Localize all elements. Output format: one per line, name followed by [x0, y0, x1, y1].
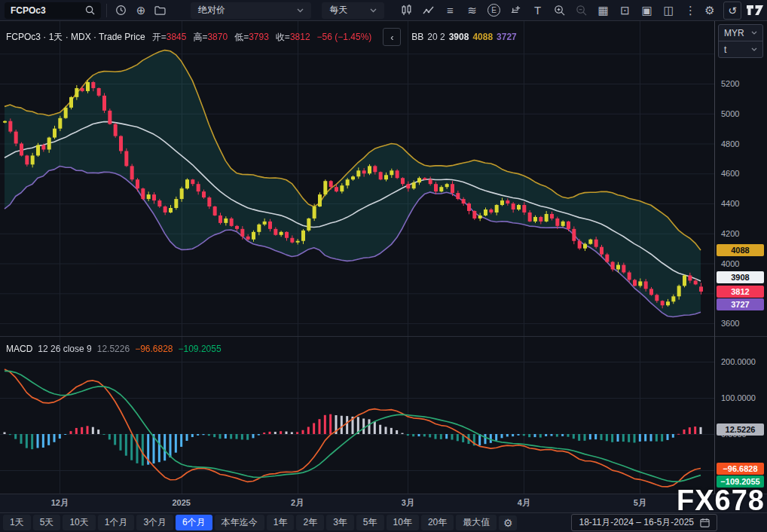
time-settings-icon[interactable]: ⚙: [499, 515, 517, 530]
range-button-本年迄今[interactable]: 本年迄今: [215, 515, 264, 530]
macd-tick-200: 200.0000: [721, 356, 756, 367]
unit-selector[interactable]: t: [719, 41, 762, 57]
time-axis-label-4月: 4月: [507, 494, 540, 512]
macd-signal-value: −109.2055: [179, 344, 222, 354]
price-badge-3812: 3812: [717, 286, 764, 298]
range-button-1天[interactable]: 1天: [3, 515, 31, 530]
chevron-down-icon: [297, 8, 304, 13]
macd-badge-12.5226: 12.5226: [717, 423, 764, 436]
zoom-out-icon[interactable]: [573, 2, 590, 20]
range-button-20年[interactable]: 20年: [421, 515, 454, 530]
price-tick-4400: 4400: [721, 198, 739, 209]
macd-indicator-name[interactable]: MACD: [6, 344, 32, 354]
settings-icon[interactable]: ⚙: [701, 2, 719, 20]
add-circle-icon[interactable]: ⊕: [132, 2, 150, 20]
more-icon[interactable]: ⋮: [682, 2, 699, 20]
range-buttons: 1天5天10天1个月3个月6个月本年迄今1年2年3年5年10年20年最大值: [3, 515, 497, 530]
text-tool-icon[interactable]: T: [529, 2, 546, 20]
pane-divider[interactable]: [715, 336, 767, 337]
macd-line-value: −96.6828: [135, 344, 173, 354]
price-chart-canvas[interactable]: [0, 21, 714, 336]
indicators-icon[interactable]: [420, 2, 437, 20]
bb-lower-value: 3727: [497, 32, 517, 42]
tradingview-app: FCPOc3 ⊕ 绝对价 每天 ≡≋ET▦⊡▣◫⋮ ⚙ ↺: [0, 0, 767, 532]
templates-icon[interactable]: ≡: [442, 2, 459, 20]
price-axis[interactable]: MYR t 5200500048004600440042004000360040…: [714, 21, 767, 494]
range-button-3年[interactable]: 3年: [326, 515, 354, 530]
fx678-watermark: FX678: [677, 486, 765, 515]
change-value: −56 (−1.45%): [317, 32, 372, 42]
range-button-10年[interactable]: 10年: [387, 515, 419, 530]
bb-upper-value: 4088: [472, 32, 493, 42]
panel-icon[interactable]: ◫: [660, 2, 677, 20]
chevron-down-icon: [370, 8, 377, 13]
fundamentals-icon[interactable]: E: [485, 2, 503, 20]
low-label: 低=: [234, 32, 249, 42]
time-axis-label-2025: 2025: [165, 494, 198, 512]
price-tick-5200: 5200: [721, 78, 739, 89]
alert-icon[interactable]: [507, 2, 524, 20]
currency-selector[interactable]: MYR: [719, 25, 762, 41]
collapse-legend-button[interactable]: ‹: [383, 28, 401, 46]
interval-dropdown[interactable]: 每天: [322, 2, 384, 19]
time-axis-label-5月: 5月: [623, 494, 656, 512]
symbol-search[interactable]: FCPOc3: [5, 2, 101, 19]
range-button-最大值[interactable]: 最大值: [456, 515, 497, 530]
series-title[interactable]: FCPOc3 · 1天 · MDX · Trade Price: [6, 31, 145, 44]
chart-area: FCPOc3 · 1天 · MDX · Trade Price 开=3845 高…: [0, 21, 767, 494]
high-value: 3870: [207, 32, 228, 42]
price-tick-4600: 4600: [721, 168, 739, 179]
toolbar-right-group: ⚙ ↺: [701, 2, 764, 20]
chevron-down-icon: [751, 31, 757, 35]
price-type-dropdown[interactable]: 绝对价: [191, 2, 311, 19]
high-label: 高=: [193, 32, 207, 42]
price-badge-3727: 3727: [717, 298, 764, 310]
close-value: 3812: [290, 32, 310, 42]
undo-icon[interactable]: ↺: [723, 2, 741, 20]
search-icon: [85, 5, 95, 15]
folder-icon[interactable]: [151, 2, 170, 20]
bottom-toolbar: 1天5天10天1个月3个月6个月本年迄今1年2年3年5年10年20年最大值 ⚙ …: [0, 512, 767, 532]
bb-basis-value: 3908: [449, 32, 469, 42]
close-label: 收=: [276, 32, 290, 42]
toolbar-separator: [106, 4, 107, 17]
compare-icon[interactable]: ≋: [463, 2, 481, 20]
price-tick-4000: 4000: [721, 258, 739, 269]
price-type-value: 绝对价: [198, 4, 225, 17]
price-badge-4088: 4088: [717, 244, 764, 256]
open-label: 开=: [152, 32, 167, 42]
macd-badge-−96.6828: −96.6828: [717, 463, 764, 475]
chart-style-icon[interactable]: [398, 2, 415, 20]
range-button-2年[interactable]: 2年: [296, 515, 324, 530]
drawing-tools-row: ≡≋ET▦⊡▣◫⋮: [398, 2, 699, 20]
time-axis-label-3月: 3月: [391, 494, 424, 512]
range-button-10天[interactable]: 10天: [63, 515, 95, 530]
range-button-5年[interactable]: 5年: [356, 515, 384, 530]
tradingview-logo: [746, 5, 764, 16]
range-button-3个月[interactable]: 3个月: [136, 515, 173, 530]
chart-panes: FCPOc3 · 1天 · MDX · Trade Price 开=3845 高…: [0, 21, 714, 494]
time-axis[interactable]: 12月20252月3月4月5月: [0, 494, 767, 512]
macd-legend: MACD 12 26 close 9 12.5226 −96.6828 −109…: [6, 344, 222, 354]
clock-icon[interactable]: [112, 2, 130, 20]
table-icon[interactable]: ▦: [594, 2, 612, 20]
currency-value: MYR: [724, 28, 744, 38]
bb-indicator-name[interactable]: BB: [411, 32, 423, 42]
currency-unit-box: MYR t: [718, 24, 763, 58]
range-button-6个月[interactable]: 6个月: [176, 515, 212, 530]
range-button-5天[interactable]: 5天: [33, 515, 61, 530]
date-range-text: 18-11月-2024 – 16-5月-2025: [579, 516, 694, 529]
open-value: 3845: [167, 32, 187, 42]
snapshot-icon[interactable]: ⊡: [616, 2, 634, 20]
bb-params: 20 2: [427, 32, 445, 42]
price-tick-3600: 3600: [721, 318, 739, 329]
time-axis-label-2月: 2月: [281, 494, 314, 512]
top-toolbar: FCPOc3 ⊕ 绝对价 每天 ≡≋ET▦⊡▣◫⋮ ⚙ ↺: [0, 0, 767, 21]
low-value: 3793: [249, 32, 269, 42]
range-button-1年[interactable]: 1年: [267, 515, 295, 530]
macd-chart-canvas[interactable]: [0, 336, 714, 494]
range-button-1个月[interactable]: 1个月: [98, 515, 135, 530]
layout-icon[interactable]: ▣: [638, 2, 655, 20]
zoom-in-icon[interactable]: [551, 2, 568, 20]
date-range-picker[interactable]: 18-11月-2024 – 16-5月-2025: [571, 514, 717, 531]
